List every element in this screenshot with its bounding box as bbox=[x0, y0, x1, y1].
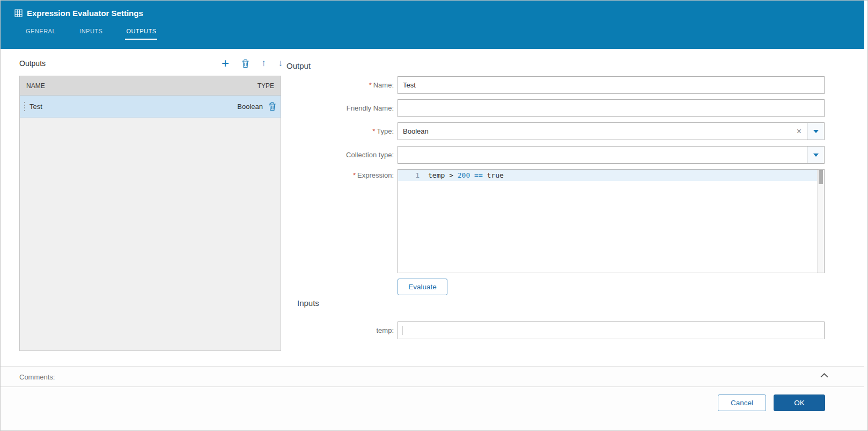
friendly-name-label-text: Friendly Name: bbox=[347, 104, 394, 112]
ok-button[interactable]: OK bbox=[774, 395, 825, 411]
text-cursor bbox=[402, 326, 402, 335]
output-row-name: Test bbox=[30, 103, 237, 111]
inputs-section-title: Inputs bbox=[297, 298, 319, 308]
outputs-panel-title: Outputs bbox=[19, 59, 46, 68]
name-label-text: Name: bbox=[373, 81, 394, 89]
arrow-up-icon: ↑ bbox=[261, 58, 266, 69]
tab-outputs[interactable]: OUTPUTS bbox=[125, 26, 157, 40]
friendly-name-label: Friendly Name: bbox=[265, 104, 394, 112]
type-label: *Type: bbox=[265, 127, 394, 135]
output-section-title: Output bbox=[286, 61, 311, 70]
clear-icon[interactable]: × bbox=[791, 127, 807, 136]
line-number: 1 bbox=[398, 171, 427, 179]
expression-label: *Expression: bbox=[265, 171, 394, 179]
window-title: Expression Evaluator Settings bbox=[27, 9, 143, 18]
arrow-down-icon: ↓ bbox=[278, 58, 283, 69]
drag-handle-icon[interactable] bbox=[22, 101, 27, 112]
move-up-button[interactable]: ↑ bbox=[261, 58, 266, 69]
title-row: Expression Evaluator Settings bbox=[14, 9, 143, 18]
editor-line: 1 temp > 200 == true bbox=[398, 170, 824, 181]
divider bbox=[1, 366, 864, 367]
editor-scrollbar-thumb[interactable] bbox=[819, 170, 823, 184]
trash-icon bbox=[241, 59, 249, 68]
output-row-type: Boolean bbox=[237, 103, 263, 111]
delete-output-button[interactable] bbox=[241, 59, 249, 68]
type-required-asterisk: * bbox=[372, 127, 375, 135]
cancel-button[interactable]: Cancel bbox=[718, 395, 766, 411]
tab-general[interactable]: GENERAL bbox=[25, 26, 57, 40]
name-input[interactable] bbox=[398, 76, 825, 94]
expression-label-text: Expression: bbox=[357, 171, 394, 179]
name-required-asterisk: * bbox=[369, 81, 372, 89]
type-dropdown-button[interactable] bbox=[807, 123, 824, 140]
outputs-table: NAME TYPE Test Boolean bbox=[19, 76, 281, 351]
chevron-up-icon bbox=[820, 373, 828, 378]
plus-icon: + bbox=[222, 58, 229, 69]
expression-code: temp > 200 == true bbox=[427, 171, 504, 179]
collection-type-select[interactable] bbox=[398, 146, 825, 164]
temp-label: temp: bbox=[265, 326, 394, 334]
temp-label-text: temp: bbox=[376, 326, 394, 334]
tab-inputs[interactable]: INPUTS bbox=[78, 26, 104, 40]
expression-required-asterisk: * bbox=[353, 171, 356, 179]
collection-type-dropdown-button[interactable] bbox=[807, 147, 824, 163]
outputs-toolbar: + ↑ ↓ bbox=[222, 56, 283, 71]
column-header-name: NAME bbox=[26, 82, 45, 90]
collapse-comments-button[interactable] bbox=[820, 373, 828, 378]
output-row[interactable]: Test Boolean bbox=[20, 96, 281, 118]
type-select[interactable]: Boolean × bbox=[398, 122, 825, 140]
divider bbox=[1, 386, 864, 387]
window-header: Expression Evaluator Settings GENERAL IN… bbox=[1, 1, 864, 49]
editor-scrollbar[interactable] bbox=[817, 170, 824, 273]
name-label: *Name: bbox=[265, 81, 394, 89]
expression-editor[interactable]: 1 temp > 200 == true bbox=[398, 169, 825, 273]
type-select-value: Boolean bbox=[398, 127, 791, 135]
chevron-down-icon bbox=[813, 154, 819, 157]
expression-evaluator-settings-window: Expression Evaluator Settings GENERAL IN… bbox=[0, 0, 868, 431]
move-down-button[interactable]: ↓ bbox=[278, 58, 283, 69]
comments-label: Comments: bbox=[19, 373, 55, 381]
collection-type-label-text: Collection type: bbox=[346, 151, 394, 159]
grid-icon bbox=[14, 9, 23, 17]
friendly-name-input[interactable] bbox=[398, 99, 825, 117]
evaluate-button[interactable]: Evaluate bbox=[398, 279, 447, 295]
tab-bar: GENERAL INPUTS OUTPUTS bbox=[25, 26, 157, 40]
temp-input[interactable] bbox=[398, 322, 825, 339]
add-output-button[interactable]: + bbox=[222, 58, 229, 69]
collection-type-label: Collection type: bbox=[265, 151, 394, 159]
chevron-down-icon bbox=[813, 130, 819, 133]
type-label-text: Type: bbox=[377, 127, 394, 135]
outputs-table-header: NAME TYPE bbox=[20, 76, 281, 96]
